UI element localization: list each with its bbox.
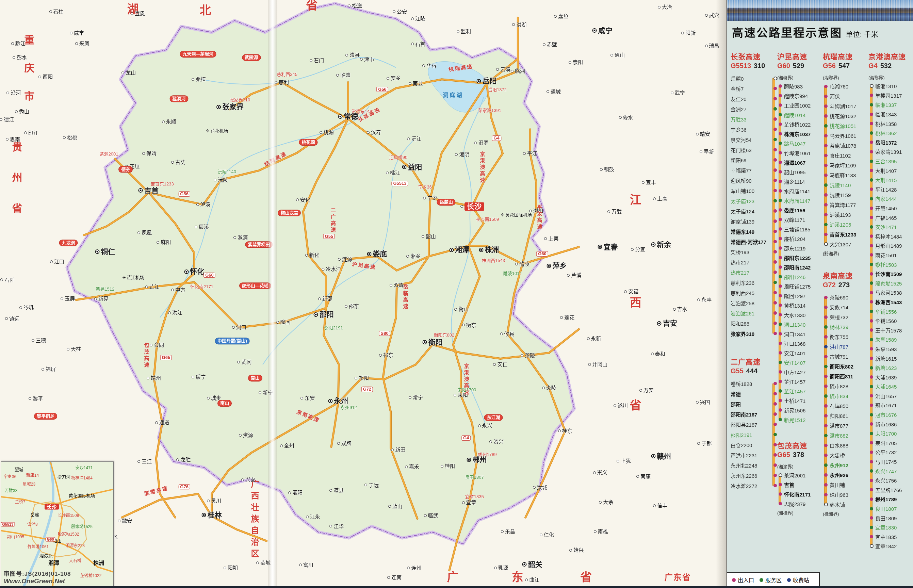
city-name: 桑植 [196,77,206,82]
station-label: 殷家坳1525 [875,280,902,287]
city-prefecture: 宜春 [598,243,617,251]
city-marker-icon [259,391,261,394]
station-row: 新晃1512 [777,415,823,424]
route-section: 京港澳高速G4532(湘鄂界)临湘1310羊楼司1317临湘1337临湘1343… [868,51,911,551]
city-marker-icon [24,132,27,134]
road-name-label: 厦蓉高速 [144,486,169,497]
city-county: 中方 [171,287,186,292]
station-row: 架桥193 [730,247,777,257]
station-dot-cell [868,422,874,426]
city-county: 监利 [457,29,471,34]
city-name: 乐昌 [505,529,515,534]
station-dot-icon [774,97,777,100]
station-row: 斗姆湖1017 [823,101,868,111]
station-row: 冷水滩2272 [730,480,777,491]
city-county: 宣恩 [131,11,145,16]
station-dot-cell [777,265,783,269]
station-row: 阳和288 [730,318,777,328]
station-label: 荣桓732 [830,313,848,321]
station-dot-icon [824,174,827,177]
city-county: 万载 [608,209,622,214]
station-label: 三塘铺1185 [784,226,810,233]
station-dot-cell [823,444,829,447]
station-dot-cell [777,237,783,240]
station-label: 金洲27 [730,105,772,113]
station-dot-icon [824,193,827,197]
inset-label: 安沙1471 [76,466,93,470]
station-row: 洞口1341 [777,329,823,339]
station-dot-icon [870,141,873,144]
city-name: 通道 [159,420,170,426]
city-county: 靖州 [147,375,161,381]
station-dot-icon [774,230,777,233]
city-name: 石首 [415,42,425,47]
station-row: 岩泊渡258 [730,298,777,308]
city-name: 全州 [284,443,294,449]
station-dot-cell [772,117,778,121]
city-county: 江永 [306,514,320,520]
city-county: 莲花 [560,315,574,320]
city-name: 汉寿 [371,130,381,135]
station-dot-cell [868,498,874,501]
city-name: 大余 [603,499,613,505]
station-label: 军山铺100 [730,187,772,194]
city-county: 分宜 [631,247,645,252]
city-marker-icon [422,65,425,67]
city-marker-icon [192,78,194,81]
station-dot-icon [779,237,782,240]
station-dot-cell [823,223,829,226]
city-marker-icon [142,152,145,155]
station-label: 羊楼司1317 [875,92,902,99]
city-marker-icon [94,297,97,300]
city-county: 遂川 [614,403,628,408]
station-dot-cell [823,464,829,467]
station-dot-cell [772,464,778,467]
city-name: 乳源 [498,565,508,571]
inset-label: 韶山1095 [7,535,24,539]
station-dot-cell [777,323,783,326]
station-dot-cell [823,213,829,216]
city-county: 城步 [207,396,221,401]
station-dot-icon [870,451,873,454]
route-code-row: G4532 [868,62,911,70]
city-prefecture: 湘潭 [449,246,469,254]
station-row: 邵阳南1242 [777,262,823,272]
city-county: 桑植 [192,77,206,82]
station-dot-icon [779,351,782,355]
station-row: 硫市828 [823,381,868,391]
station-label: 醴陵东994 [784,92,808,99]
city-marker-icon [346,54,348,57]
station-row: 沅陵1159 [823,190,868,200]
city-name: 南雄 [598,529,608,534]
route-distance: 273 [839,281,850,289]
city-marker-icon [441,465,443,468]
city-marker-icon [67,348,69,351]
station-row: 竹埠港1061 [777,148,823,158]
station-row: 常德东149 [730,226,777,236]
city-name: 新化 [309,252,320,258]
city-name: 秀山 [19,109,29,114]
route-shield: G76 [178,484,190,489]
airport-label: ✈黄花国际机场 [501,213,532,218]
city-name: 张家界 [222,103,244,111]
station-dot-cell [823,414,829,418]
city-county: 洪江 [168,310,183,315]
city-marker-icon [402,165,406,169]
interchange-km-label: 衡阳东802 [433,333,454,338]
station-label: 新市1686 [875,421,897,428]
city-county: 临武 [424,513,438,519]
station-label: 潘市877 [830,422,848,429]
city-county: 炎陵 [542,386,556,391]
inset-route-shield: G5513 [1,522,15,527]
city-county: 云溪 [496,67,511,72]
inset-label: 黄花国际机场 [69,493,95,498]
border-note: (湘渝界) [777,462,823,470]
route-shield: G56 [178,191,190,197]
city-name: 茶陵 [525,353,535,359]
city-name: 华容 [427,63,436,69]
station-row: 衡阳东802 [823,361,868,371]
station-label: 芷江1457 [784,388,805,395]
city-county: 沅陵 [214,177,228,183]
station-dot-icon [779,113,782,116]
city-county: 连南 [387,575,402,580]
